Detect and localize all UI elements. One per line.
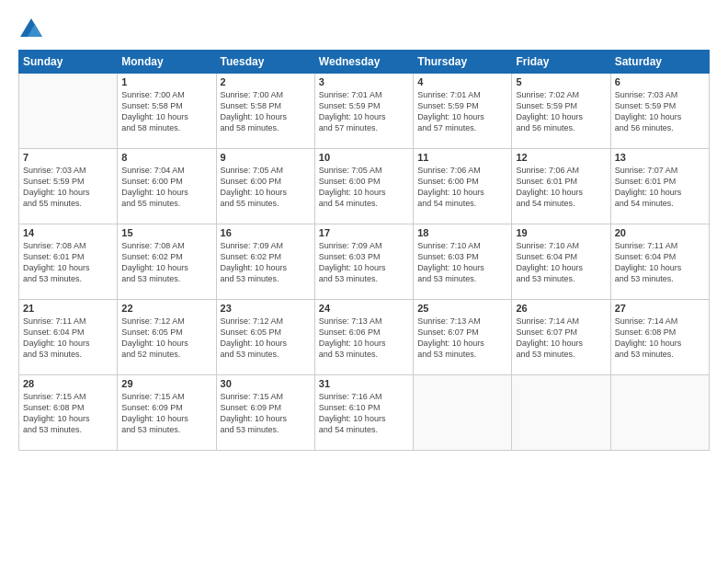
calendar-table: SundayMondayTuesdayWednesdayThursdayFrid… — [18, 50, 710, 451]
cell-info: Sunrise: 7:15 AM Sunset: 6:08 PM Dayligh… — [23, 391, 113, 436]
calendar-cell: 11Sunrise: 7:06 AM Sunset: 6:00 PM Dayli… — [414, 149, 512, 224]
day-number: 4 — [417, 76, 507, 87]
cell-info: Sunrise: 7:04 AM Sunset: 6:00 PM Dayligh… — [121, 165, 211, 210]
cell-info: Sunrise: 7:14 AM Sunset: 6:07 PM Dayligh… — [516, 316, 606, 361]
calendar-cell: 1Sunrise: 7:00 AM Sunset: 5:58 PM Daylig… — [118, 74, 216, 149]
calendar-cell: 16Sunrise: 7:09 AM Sunset: 6:02 PM Dayli… — [216, 224, 314, 300]
cell-info: Sunrise: 7:15 AM Sunset: 6:09 PM Dayligh… — [221, 391, 311, 436]
cell-info: Sunrise: 7:09 AM Sunset: 6:02 PM Dayligh… — [221, 240, 311, 285]
cell-info: Sunrise: 7:14 AM Sunset: 6:08 PM Dayligh… — [615, 316, 705, 361]
day-number: 12 — [516, 152, 606, 163]
calendar-week-row: 1Sunrise: 7:00 AM Sunset: 5:58 PM Daylig… — [19, 74, 710, 149]
header — [18, 17, 710, 42]
day-number: 31 — [319, 378, 409, 389]
weekday-header: Friday — [512, 51, 610, 74]
day-number: 21 — [23, 303, 113, 314]
calendar-cell — [610, 375, 709, 451]
day-number: 14 — [23, 227, 113, 238]
day-number: 15 — [121, 227, 211, 238]
calendar-cell: 28Sunrise: 7:15 AM Sunset: 6:08 PM Dayli… — [19, 375, 118, 451]
cell-info: Sunrise: 7:02 AM Sunset: 5:59 PM Dayligh… — [516, 89, 606, 134]
calendar-cell: 7Sunrise: 7:03 AM Sunset: 5:59 PM Daylig… — [19, 149, 118, 224]
weekday-header: Saturday — [610, 51, 709, 74]
day-number: 2 — [221, 76, 311, 87]
calendar-cell: 12Sunrise: 7:06 AM Sunset: 6:01 PM Dayli… — [512, 149, 610, 224]
calendar-cell: 2Sunrise: 7:00 AM Sunset: 5:58 PM Daylig… — [216, 74, 314, 149]
calendar-header-row: SundayMondayTuesdayWednesdayThursdayFrid… — [19, 51, 710, 74]
calendar-cell — [414, 375, 512, 451]
logo — [18, 17, 46, 42]
weekday-header: Thursday — [414, 51, 512, 74]
weekday-header: Monday — [118, 51, 216, 74]
calendar-cell: 30Sunrise: 7:15 AM Sunset: 6:09 PM Dayli… — [216, 375, 314, 451]
logo-icon — [18, 17, 44, 42]
cell-info: Sunrise: 7:00 AM Sunset: 5:58 PM Dayligh… — [121, 89, 211, 134]
cell-info: Sunrise: 7:03 AM Sunset: 5:59 PM Dayligh… — [615, 89, 705, 134]
day-number: 22 — [121, 303, 211, 314]
day-number: 1 — [121, 76, 211, 87]
day-number: 18 — [417, 227, 507, 238]
day-number: 16 — [221, 227, 311, 238]
calendar-cell: 29Sunrise: 7:15 AM Sunset: 6:09 PM Dayli… — [118, 375, 216, 451]
cell-info: Sunrise: 7:13 AM Sunset: 6:07 PM Dayligh… — [417, 316, 507, 361]
day-number: 25 — [417, 303, 507, 314]
calendar-cell — [512, 375, 610, 451]
page: SundayMondayTuesdayWednesdayThursdayFrid… — [0, 0, 728, 563]
day-number: 3 — [319, 76, 409, 87]
day-number: 9 — [221, 152, 311, 163]
cell-info: Sunrise: 7:00 AM Sunset: 5:58 PM Dayligh… — [221, 89, 311, 134]
cell-info: Sunrise: 7:15 AM Sunset: 6:09 PM Dayligh… — [121, 391, 211, 436]
day-number: 19 — [516, 227, 606, 238]
calendar-cell: 21Sunrise: 7:11 AM Sunset: 6:04 PM Dayli… — [19, 300, 118, 375]
calendar-cell: 9Sunrise: 7:05 AM Sunset: 6:00 PM Daylig… — [216, 149, 314, 224]
calendar-cell: 15Sunrise: 7:08 AM Sunset: 6:02 PM Dayli… — [118, 224, 216, 300]
day-number: 11 — [417, 152, 507, 163]
calendar-cell: 13Sunrise: 7:07 AM Sunset: 6:01 PM Dayli… — [610, 149, 709, 224]
cell-info: Sunrise: 7:10 AM Sunset: 6:04 PM Dayligh… — [516, 240, 606, 285]
calendar-cell: 10Sunrise: 7:05 AM Sunset: 6:00 PM Dayli… — [314, 149, 413, 224]
calendar-cell: 25Sunrise: 7:13 AM Sunset: 6:07 PM Dayli… — [414, 300, 512, 375]
calendar-cell: 8Sunrise: 7:04 AM Sunset: 6:00 PM Daylig… — [118, 149, 216, 224]
weekday-header: Sunday — [19, 51, 118, 74]
day-number: 7 — [23, 152, 113, 163]
calendar-cell: 20Sunrise: 7:11 AM Sunset: 6:04 PM Dayli… — [610, 224, 709, 300]
day-number: 17 — [319, 227, 409, 238]
cell-info: Sunrise: 7:07 AM Sunset: 6:01 PM Dayligh… — [615, 165, 705, 210]
cell-info: Sunrise: 7:06 AM Sunset: 6:01 PM Dayligh… — [516, 165, 606, 210]
calendar-cell: 26Sunrise: 7:14 AM Sunset: 6:07 PM Dayli… — [512, 300, 610, 375]
cell-info: Sunrise: 7:01 AM Sunset: 5:59 PM Dayligh… — [319, 89, 409, 134]
calendar-cell: 27Sunrise: 7:14 AM Sunset: 6:08 PM Dayli… — [610, 300, 709, 375]
day-number: 29 — [121, 378, 211, 389]
calendar-cell: 4Sunrise: 7:01 AM Sunset: 5:59 PM Daylig… — [414, 74, 512, 149]
calendar-cell: 3Sunrise: 7:01 AM Sunset: 5:59 PM Daylig… — [314, 74, 413, 149]
calendar-cell: 22Sunrise: 7:12 AM Sunset: 6:05 PM Dayli… — [118, 300, 216, 375]
calendar-cell: 31Sunrise: 7:16 AM Sunset: 6:10 PM Dayli… — [314, 375, 413, 451]
day-number: 30 — [221, 378, 311, 389]
cell-info: Sunrise: 7:08 AM Sunset: 6:02 PM Dayligh… — [121, 240, 211, 285]
cell-info: Sunrise: 7:10 AM Sunset: 6:03 PM Dayligh… — [417, 240, 507, 285]
calendar-week-row: 7Sunrise: 7:03 AM Sunset: 5:59 PM Daylig… — [19, 149, 710, 224]
weekday-header: Wednesday — [314, 51, 413, 74]
cell-info: Sunrise: 7:11 AM Sunset: 6:04 PM Dayligh… — [23, 316, 113, 361]
day-number: 24 — [319, 303, 409, 314]
calendar-cell: 23Sunrise: 7:12 AM Sunset: 6:05 PM Dayli… — [216, 300, 314, 375]
calendar-cell: 24Sunrise: 7:13 AM Sunset: 6:06 PM Dayli… — [314, 300, 413, 375]
day-number: 23 — [221, 303, 311, 314]
cell-info: Sunrise: 7:03 AM Sunset: 5:59 PM Dayligh… — [23, 165, 113, 210]
calendar-week-row: 28Sunrise: 7:15 AM Sunset: 6:08 PM Dayli… — [19, 375, 710, 451]
calendar-week-row: 21Sunrise: 7:11 AM Sunset: 6:04 PM Dayli… — [19, 300, 710, 375]
cell-info: Sunrise: 7:05 AM Sunset: 6:00 PM Dayligh… — [319, 165, 409, 210]
day-number: 26 — [516, 303, 606, 314]
calendar-cell: 5Sunrise: 7:02 AM Sunset: 5:59 PM Daylig… — [512, 74, 610, 149]
day-number: 28 — [23, 378, 113, 389]
cell-info: Sunrise: 7:16 AM Sunset: 6:10 PM Dayligh… — [319, 391, 409, 436]
calendar-cell: 18Sunrise: 7:10 AM Sunset: 6:03 PM Dayli… — [414, 224, 512, 300]
calendar-cell: 19Sunrise: 7:10 AM Sunset: 6:04 PM Dayli… — [512, 224, 610, 300]
calendar-cell — [19, 74, 118, 149]
day-number: 27 — [615, 303, 705, 314]
calendar-cell: 14Sunrise: 7:08 AM Sunset: 6:01 PM Dayli… — [19, 224, 118, 300]
day-number: 5 — [516, 76, 606, 87]
cell-info: Sunrise: 7:05 AM Sunset: 6:00 PM Dayligh… — [221, 165, 311, 210]
day-number: 6 — [615, 76, 705, 87]
cell-info: Sunrise: 7:01 AM Sunset: 5:59 PM Dayligh… — [417, 89, 507, 134]
